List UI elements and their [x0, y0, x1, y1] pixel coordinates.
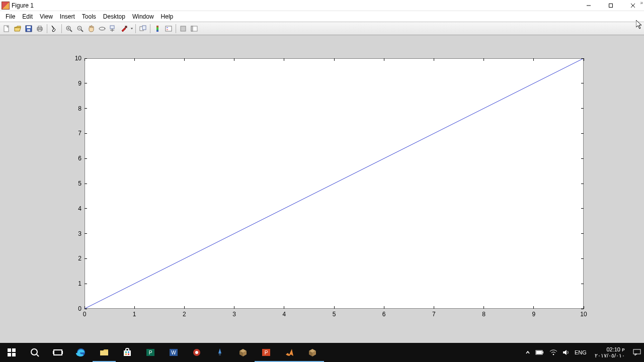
figure-toolbar: »: [0, 22, 644, 35]
x-tick-mark: [284, 306, 284, 309]
system-tray: ENG 02:10 ᴘ ٢٠١٧/٠٥/٠١٠: [525, 346, 644, 358]
x-tick-label: 7: [432, 311, 436, 318]
y-tick-mark: [85, 133, 87, 134]
toolbar-overflow-icon[interactable]: »: [640, 0, 643, 6]
edit-plot-button[interactable]: [49, 23, 60, 34]
svg-rect-47: [125, 353, 127, 355]
svg-text:P: P: [265, 350, 268, 355]
y-tick-mark: [581, 233, 584, 234]
data-cursor-button[interactable]: [108, 23, 119, 34]
y-tick-mark: [85, 184, 87, 184]
insert-colorbar-button[interactable]: [152, 23, 163, 34]
tray-action-center-icon[interactable]: [633, 349, 641, 356]
y-tick-label: 4: [78, 205, 82, 212]
y-tick-mark: [581, 184, 584, 184]
y-tick-mark: [85, 83, 87, 83]
taskbar-word[interactable]: W: [162, 343, 185, 362]
svg-point-54: [195, 351, 198, 354]
pan-button[interactable]: [86, 23, 97, 34]
y-tick-mark: [85, 309, 87, 309]
y-tick-mark: [85, 108, 87, 109]
svg-rect-23: [125, 26, 127, 28]
x-tick-mark: [384, 306, 384, 309]
print-button[interactable]: [34, 23, 45, 34]
menu-help[interactable]: Help: [157, 11, 177, 22]
hide-tools-button[interactable]: [178, 23, 189, 34]
y-tick-label: 5: [78, 180, 82, 187]
menu-desktop[interactable]: Desktop: [100, 11, 129, 22]
x-tick-mark: [584, 58, 584, 61]
menu-file[interactable]: File: [2, 11, 19, 22]
y-tick-mark: [85, 208, 87, 209]
svg-rect-10: [38, 26, 41, 28]
tray-volume-icon[interactable]: [562, 349, 570, 356]
x-tick-mark: [85, 58, 85, 61]
y-tick-label: 3: [78, 230, 82, 237]
svg-rect-1: [609, 4, 613, 7]
x-tick-mark: [334, 58, 335, 61]
taskbar-explorer[interactable]: [93, 343, 116, 362]
rotate3d-button[interactable]: [97, 23, 108, 34]
x-tick-label: 2: [183, 311, 186, 318]
svg-rect-11: [38, 30, 41, 31]
insert-legend-button[interactable]: [163, 23, 174, 34]
taskbar-matlab[interactable]: [278, 343, 301, 362]
windows-taskbar: P W P ENG 02:10 ᴘ ٢٠١٧/٠٥/٠١٠: [0, 343, 644, 362]
svg-rect-28: [166, 26, 172, 31]
new-figure-button[interactable]: [1, 23, 12, 34]
menu-insert[interactable]: Insert: [56, 11, 78, 22]
show-tools-button[interactable]: [189, 23, 200, 34]
svg-rect-31: [181, 26, 186, 31]
svg-marker-24: [131, 28, 133, 29]
menu-window[interactable]: Window: [129, 11, 157, 22]
y-tick-mark: [581, 83, 584, 83]
y-tick-mark: [85, 258, 87, 259]
x-tick-mark: [184, 58, 185, 61]
zoom-in-button[interactable]: [63, 23, 74, 34]
menu-view[interactable]: View: [36, 11, 56, 22]
x-tick-label: 1: [133, 311, 136, 318]
x-tick-mark: [134, 58, 135, 61]
taskbar-app-box2[interactable]: [301, 343, 324, 362]
taskbar-app-red[interactable]: [185, 343, 208, 362]
y-tick-mark: [85, 284, 87, 284]
svg-rect-67: [536, 351, 542, 354]
minimize-button[interactable]: [578, 0, 600, 11]
svg-rect-42: [62, 351, 63, 354]
taskbar-edge[interactable]: [69, 343, 93, 362]
y-tick-mark: [581, 108, 584, 109]
y-tick-mark: [85, 233, 87, 234]
link-data-button[interactable]: [137, 23, 148, 34]
tray-overflow-icon[interactable]: [525, 350, 530, 355]
open-button[interactable]: [12, 23, 23, 34]
menu-edit[interactable]: Edit: [19, 11, 36, 22]
brush-button[interactable]: [119, 23, 130, 34]
search-button[interactable]: [23, 343, 46, 362]
svg-text:P: P: [149, 350, 152, 355]
taskbar-publisher[interactable]: P: [139, 343, 162, 362]
tray-language[interactable]: ENG: [575, 349, 587, 355]
tray-time: 02:10 ᴘ: [595, 346, 625, 352]
start-button[interactable]: [0, 343, 23, 362]
x-tick-mark: [134, 306, 135, 309]
x-tick-mark: [434, 58, 434, 61]
menu-tools[interactable]: Tools: [78, 11, 100, 22]
x-tick-label: 5: [333, 311, 336, 318]
taskbar-store[interactable]: [116, 343, 139, 362]
zoom-out-button[interactable]: [74, 23, 86, 34]
tray-wifi-icon[interactable]: [549, 349, 557, 355]
svg-rect-48: [128, 353, 129, 355]
svg-rect-46: [128, 351, 129, 353]
maximize-button[interactable]: [600, 0, 622, 11]
taskbar-app-blue[interactable]: [208, 343, 231, 362]
tray-clock[interactable]: 02:10 ᴘ ٢٠١٧/٠٥/٠١٠: [592, 346, 628, 358]
brush-dropdown-icon[interactable]: [130, 23, 134, 34]
task-view-button[interactable]: [46, 343, 69, 362]
tray-battery-icon[interactable]: [535, 349, 544, 355]
taskbar-powerpoint[interactable]: P: [255, 343, 278, 362]
svg-marker-55: [218, 348, 221, 353]
taskbar-app-box1[interactable]: [231, 343, 255, 362]
figure-canvas: 012345678910012345678910: [0, 35, 644, 343]
save-button[interactable]: [23, 23, 34, 34]
axes[interactable]: 012345678910012345678910: [85, 58, 584, 309]
